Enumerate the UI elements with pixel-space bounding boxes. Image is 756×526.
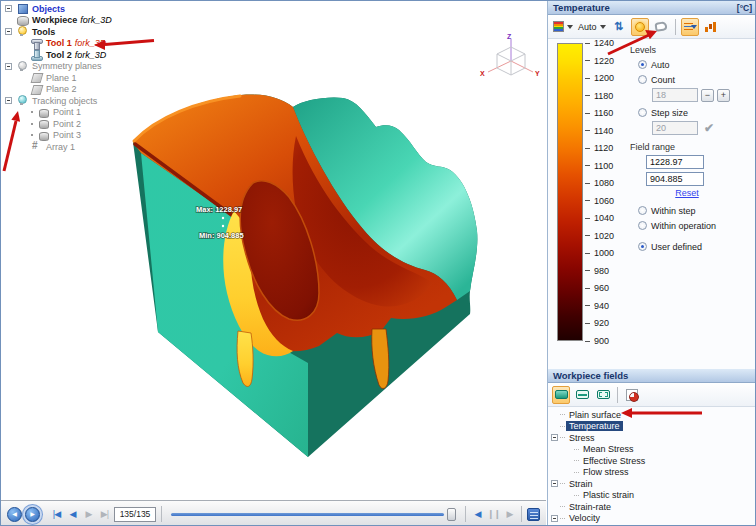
apply-check-icon[interactable]: ✔ <box>704 121 714 135</box>
palette-button[interactable] <box>552 18 574 36</box>
tree-item-objects[interactable]: Objects <box>3 3 193 15</box>
field-item-strain[interactable]: Strain <box>548 478 756 490</box>
tree-expander[interactable] <box>551 434 558 441</box>
3d-viewport[interactable]: Max: 1228.97 Min: 904.885 Z X Y ObjectsW… <box>1 1 546 500</box>
tree-item-symmetry-planes[interactable]: Symmetry planes <box>3 61 193 73</box>
field-item-temperature[interactable]: Temperature <box>548 421 756 433</box>
field-item-flow-stress[interactable]: Flow stress <box>548 467 756 479</box>
reset-link[interactable]: Reset <box>618 188 756 198</box>
point-icon <box>37 118 50 129</box>
play-forward-button[interactable]: ▶ <box>503 507 516 522</box>
histogram-button[interactable] <box>702 18 720 36</box>
tree-expander[interactable] <box>551 515 558 522</box>
count-radio[interactable] <box>638 75 647 84</box>
workpiece-fields-tree: Plain surfaceTemperatureStressMean Stres… <box>548 409 756 526</box>
next-record-button[interactable]: ▶ <box>82 507 95 522</box>
within-step-radio[interactable] <box>638 206 647 215</box>
field-item-strain-rate[interactable]: Strain-rate <box>548 501 756 513</box>
field-display-mode-1-button[interactable] <box>552 386 570 404</box>
field-item-label: Strain <box>566 479 596 489</box>
field-item-plastic-strain[interactable]: Plastic strain <box>548 490 756 502</box>
step-size-radio[interactable] <box>638 108 647 117</box>
tree-connector <box>574 495 579 496</box>
field-range-max-input[interactable] <box>646 155 704 169</box>
tree-expander[interactable] <box>5 63 12 70</box>
levels-settings-button[interactable] <box>681 18 699 36</box>
tree-item-tool-2[interactable]: Tool 2fork_3D <box>3 49 193 61</box>
user-defined-radio[interactable] <box>638 242 647 251</box>
field-display-mode-2-button[interactable] <box>573 386 591 404</box>
field-item-label: Strain-rate <box>566 502 614 512</box>
axis-x-label: X <box>480 70 485 77</box>
field-item-stress[interactable]: Stress <box>548 432 756 444</box>
tree-item-tracking-objects[interactable]: Tracking objects <box>3 95 193 107</box>
history-forward-button[interactable]: ▶ <box>25 507 40 522</box>
step-size-input[interactable] <box>652 121 698 135</box>
user-defined-label: User defined <box>651 242 702 252</box>
field-report-button[interactable] <box>623 386 641 404</box>
pause-button[interactable]: ❙❙ <box>487 507 500 522</box>
palette-mode-dropdown[interactable]: Auto <box>577 18 607 36</box>
user-defined-radio-row[interactable]: User defined <box>638 240 756 253</box>
step-size-radio-row[interactable]: Step size <box>638 106 756 119</box>
tree-expander[interactable] <box>5 97 12 104</box>
field-item-label: Plain surface <box>566 410 624 420</box>
field-item-plain-surface[interactable]: Plain surface <box>548 409 756 421</box>
play-backward-button[interactable]: ◀ <box>471 507 484 522</box>
within-step-radio-row[interactable]: Within step <box>638 204 756 217</box>
tree-item-label: Tracking objects <box>32 96 97 106</box>
within-operation-radio[interactable] <box>638 221 647 230</box>
field-item-label: Flow stress <box>580 467 632 477</box>
within-operation-label: Within operation <box>651 221 716 231</box>
workpiece-fields-header: Workpiece fields <box>548 369 756 383</box>
within-operation-radio-row[interactable]: Within operation <box>638 219 756 232</box>
frame-slider-handle[interactable] <box>447 508 456 521</box>
tree-expander[interactable] <box>5 5 12 12</box>
tree-item-tools[interactable]: Tools <box>3 26 193 38</box>
first-record-button[interactable]: |◀ <box>50 507 63 522</box>
field-item-mean-stress[interactable]: Mean Stress <box>548 444 756 456</box>
tree-item-array-1[interactable]: Array 1 <box>3 141 193 153</box>
colorbar-tick-label: 1120 <box>594 143 613 153</box>
count-input[interactable] <box>652 88 698 102</box>
auto-radio[interactable] <box>638 60 647 69</box>
auto-radio-row[interactable]: Auto <box>638 58 756 71</box>
colorbar-tick-label: 1220 <box>594 56 614 66</box>
records-icon[interactable] <box>527 508 540 521</box>
history-back-button[interactable]: ◀ <box>7 507 22 522</box>
tree-item-point-2[interactable]: Point 2 <box>3 118 193 130</box>
flip-scale-button[interactable]: ⇅ <box>610 18 628 36</box>
count-increment-button[interactable]: + <box>717 89 730 102</box>
frame-counter[interactable]: 135/135 <box>114 507 156 522</box>
tree-expander[interactable] <box>5 28 12 35</box>
tree-connector <box>560 518 565 519</box>
tree-item-plane-1[interactable]: Plane 1 <box>3 72 193 84</box>
field-item-effective-stress[interactable]: Effective Stress <box>548 455 756 467</box>
tree-item-point-1[interactable]: Point 1 <box>3 107 193 119</box>
orientation-cube[interactable]: Z X Y <box>480 33 540 77</box>
lighting-button[interactable] <box>631 18 649 36</box>
tree-bullet <box>31 134 33 136</box>
tree-item-label: Tools <box>32 27 55 37</box>
count-radio-row[interactable]: Count <box>638 73 756 86</box>
last-record-button[interactable]: ▶| <box>98 507 111 522</box>
field-range-min-input[interactable] <box>646 172 704 186</box>
field-item-label: Stress <box>566 433 598 443</box>
frame-slider[interactable] <box>171 507 456 522</box>
tree-item-workpiece[interactable]: Workpiecefork_3D <box>3 15 193 27</box>
previous-record-button[interactable]: ◀ <box>66 507 79 522</box>
tree-item-suffix: fork_3D <box>75 38 107 48</box>
colorbar-tick <box>585 288 590 289</box>
tree-item-tool-1[interactable]: Tool 1fork_3D <box>3 38 193 50</box>
colorbar-tick <box>585 218 590 219</box>
colorbar-tick <box>585 95 590 96</box>
temperature-colorbar <box>557 43 583 341</box>
plane-icon <box>30 84 43 95</box>
field-item-velocity[interactable]: Velocity <box>548 513 756 525</box>
tree-expander[interactable] <box>551 480 558 487</box>
field-display-mode-3-button[interactable] <box>594 386 612 404</box>
smooth-shading-button[interactable] <box>652 18 670 36</box>
count-decrement-button[interactable]: − <box>701 89 714 102</box>
tree-item-plane-2[interactable]: Plane 2 <box>3 84 193 96</box>
levels-icon <box>684 22 696 32</box>
